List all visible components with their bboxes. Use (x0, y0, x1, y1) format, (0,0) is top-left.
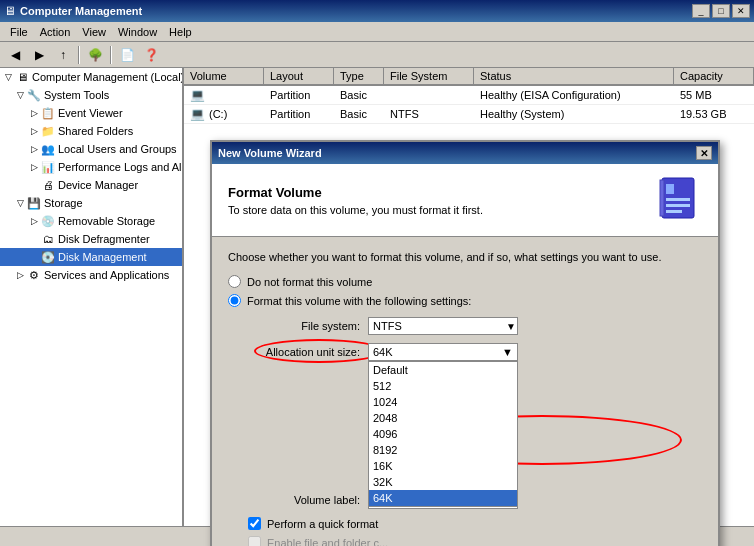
alloc-option-512[interactable]: 512 (369, 378, 517, 394)
tree-label-defrag: Disk Defragmenter (58, 233, 150, 245)
expand-removable: ▷ (28, 215, 40, 227)
tree-label-storage: Storage (44, 197, 83, 209)
export-button[interactable]: 📄 (116, 44, 138, 66)
tree-button[interactable]: 🌳 (84, 44, 106, 66)
type-val-2: Basic (334, 106, 384, 122)
radio-yes-format[interactable] (228, 294, 241, 307)
filesystem-select[interactable]: NTFS (368, 317, 518, 335)
tree-item-root[interactable]: ▽ 🖥 Computer Management (Local) (0, 68, 182, 86)
fs-val-1 (384, 93, 474, 97)
svg-rect-5 (660, 180, 664, 216)
filesystem-label: File system: (228, 320, 368, 332)
perf-logs-icon: 📊 (40, 159, 56, 175)
volume-icon-2: 💻 (190, 107, 205, 121)
dialog-header-title: Format Volume (228, 185, 483, 200)
col-status[interactable]: Status (474, 68, 674, 84)
tree-item-defrag[interactable]: 🗂 Disk Defragmenter (0, 230, 182, 248)
table-row[interactable]: 💻 (C:) Partition Basic NTFS Healthy (Sys… (184, 105, 754, 124)
quick-format-checkbox[interactable] (248, 517, 261, 530)
alloc-row: Allocation unit size: 64K ▼ Default 512 … (228, 343, 702, 361)
shared-folders-icon: 📁 (40, 123, 56, 139)
tree-item-shared-folders[interactable]: ▷ 📁 Shared Folders (0, 122, 182, 140)
tree-label-shared-folders: Shared Folders (58, 125, 133, 137)
expand-defrag (28, 233, 40, 245)
expand-system-tools: ▽ (14, 89, 26, 101)
tree-item-removable[interactable]: ▷ 💿 Removable Storage (0, 212, 182, 230)
tree-item-storage[interactable]: ▽ 💾 Storage (0, 194, 182, 212)
radio-yes-format-label: Format this volume with the following se… (247, 295, 471, 307)
alloc-option-1024[interactable]: 1024 (369, 394, 517, 410)
minimize-button[interactable]: _ (692, 4, 710, 18)
svg-rect-3 (666, 204, 690, 207)
tree-item-local-users[interactable]: ▷ 👥 Local Users and Groups (0, 140, 182, 158)
expand-local-users: ▷ (28, 143, 40, 155)
menu-bar: File Action View Window Help (0, 22, 754, 42)
menu-action[interactable]: Action (34, 24, 77, 40)
forward-button[interactable]: ▶ (28, 44, 50, 66)
dialog-header-icon (654, 176, 702, 224)
alloc-option-16k[interactable]: 16K (369, 458, 517, 474)
table-row[interactable]: 💻 Partition Basic Healthy (EISA Configur… (184, 86, 754, 105)
svg-rect-1 (666, 184, 674, 194)
file-folder-checkbox[interactable] (248, 536, 261, 546)
window-controls: _ □ ✕ (692, 4, 750, 18)
help-btn[interactable]: ❓ (140, 44, 162, 66)
col-capacity[interactable]: Capacity (674, 68, 754, 84)
expand-storage: ▽ (14, 197, 26, 209)
defrag-icon: 🗂 (40, 231, 56, 247)
menu-view[interactable]: View (76, 24, 112, 40)
toolbar-sep2 (110, 46, 112, 64)
alloc-select-display[interactable]: 64K ▼ (368, 343, 518, 361)
menu-help[interactable]: Help (163, 24, 198, 40)
type-val-1: Basic (334, 87, 384, 103)
file-folder-row: Enable file and folder c... (228, 536, 702, 546)
tree-item-system-tools[interactable]: ▽ 🔧 System Tools (0, 86, 182, 104)
new-volume-dialog: New Volume Wizard ✕ Format Volume To sto… (210, 140, 720, 546)
dialog-header-text: Format Volume To store data on this volu… (228, 185, 483, 216)
dialog-title-bar: New Volume Wizard ✕ (212, 142, 718, 164)
alloc-option-4096[interactable]: 4096 (369, 426, 517, 442)
up-button[interactable]: ↑ (52, 44, 74, 66)
expand-shared-folders: ▷ (28, 125, 40, 137)
services-icon: ⚙ (26, 267, 42, 283)
title-bar: 🖥 Computer Management _ □ ✕ (0, 0, 754, 22)
fs-val-2: NTFS (384, 106, 474, 122)
alloc-option-32k[interactable]: 32K (369, 474, 517, 490)
expand-services: ▷ (14, 269, 26, 281)
radio-no-format-label: Do not format this volume (247, 276, 372, 288)
alloc-label: Allocation unit size: (228, 346, 368, 358)
col-filesystem[interactable]: File System (384, 68, 474, 84)
tree-item-event-viewer[interactable]: ▷ 📋 Event Viewer (0, 104, 182, 122)
back-button[interactable]: ◀ (4, 44, 26, 66)
expand-event-viewer: ▷ (28, 107, 40, 119)
maximize-button[interactable]: □ (712, 4, 730, 18)
col-layout[interactable]: Layout (264, 68, 334, 84)
tree-item-disk-mgmt[interactable]: 💽 Disk Management (0, 248, 182, 266)
dialog-header-subtitle: To store data on this volume, you must f… (228, 204, 483, 216)
tree-label-root: Computer Management (Local) (32, 71, 184, 83)
alloc-option-2048[interactable]: 2048 (369, 410, 517, 426)
tree-item-device-manager[interactable]: 🖨 Device Manager (0, 176, 182, 194)
file-folder-label: Enable file and folder c... (267, 537, 388, 547)
menu-window[interactable]: Window (112, 24, 163, 40)
tree-item-perf-logs[interactable]: ▷ 📊 Performance Logs and Alerts (0, 158, 182, 176)
alloc-option-8192[interactable]: 8192 (369, 442, 517, 458)
col-type[interactable]: Type (334, 68, 384, 84)
radio-no-format[interactable] (228, 275, 241, 288)
quick-format-row: Perform a quick format (228, 517, 702, 530)
alloc-option-64k[interactable]: 64K (369, 490, 517, 506)
alloc-select-arrow: ▼ (502, 346, 513, 358)
radio-no-format-row: Do not format this volume (228, 275, 702, 288)
capacity-val-1: 55 MB (674, 87, 754, 103)
menu-file[interactable]: File (4, 24, 34, 40)
close-button[interactable]: ✕ (732, 4, 750, 18)
tree-label-device-manager: Device Manager (58, 179, 138, 191)
computer-icon: 🖥 (14, 69, 30, 85)
dialog-close-button[interactable]: ✕ (696, 146, 712, 160)
app-title: Computer Management (20, 5, 688, 17)
status-val-1: Healthy (EISA Configuration) (474, 87, 674, 103)
alloc-option-default[interactable]: Default (369, 362, 517, 378)
tree-item-services[interactable]: ▷ ⚙ Services and Applications (0, 266, 182, 284)
volume-icon-1: 💻 (190, 88, 205, 102)
col-volume[interactable]: Volume (184, 68, 264, 84)
